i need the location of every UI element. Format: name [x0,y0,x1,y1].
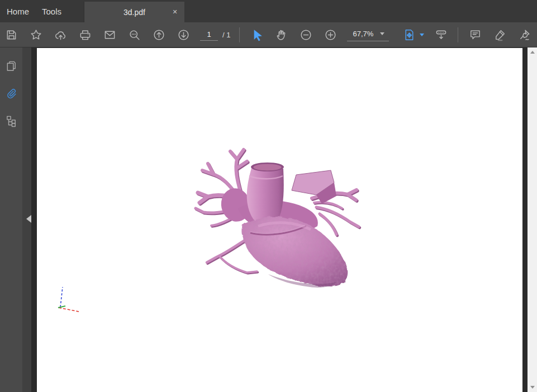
layers-tree-button[interactable] [4,113,18,128]
document-canvas [31,47,528,392]
fill-and-sign-button[interactable] [516,26,532,43]
attachments-button[interactable] [4,86,18,101]
arrow-up-circle-icon [153,28,165,41]
toolbar-separator [458,27,458,42]
page-total-label: / 1 [222,31,230,39]
tab-tools[interactable]: Tools [42,0,61,22]
page-thumbnails-icon [5,60,18,73]
fit-page-icon [403,28,416,41]
tab-document[interactable]: 3d.pdf ✕ [84,2,184,22]
envelope-icon [103,28,116,41]
scroll-down-button[interactable] [528,383,537,392]
next-page-button[interactable] [175,26,191,43]
favorites-button[interactable] [28,26,44,43]
arrow-down-icon [530,386,535,389]
main-toolbar: / 1 67,7% [0,22,537,47]
vertical-scrollbar[interactable] [528,47,537,392]
zoom-level-dropdown[interactable]: 67,7% [347,28,389,41]
share-button[interactable] [53,26,68,43]
zoom-out-button[interactable] [298,26,313,43]
cursor-arrow-icon [250,28,263,41]
page-thumbnails-button[interactable] [4,59,18,73]
heart-3d-model[interactable] [184,142,363,299]
search-icon [128,28,141,41]
chevron-down-icon [380,32,384,35]
chevron-down-icon[interactable] [420,34,424,36]
tab-bar: Home Tools 3d.pdf ✕ [0,0,537,22]
reading-mode-button[interactable] [433,26,449,43]
zoom-level-value: 67,7% [353,30,373,38]
highlighter-pen-icon [493,28,506,41]
email-button[interactable] [102,26,117,43]
zoom-in-button[interactable] [322,26,338,43]
navigation-pane-buttons [0,47,22,392]
axis-orientation-widget [53,283,84,314]
hand-icon [275,28,288,41]
scroll-up-button[interactable] [528,47,537,57]
document-tab-label: 3d.pdf [123,8,145,17]
printer-icon [79,28,92,41]
star-icon [30,28,42,41]
minus-circle-icon [300,28,312,41]
tab-home[interactable]: Home [7,0,29,22]
search-button[interactable] [126,26,142,43]
save-icon [5,28,18,41]
paperclip-icon [5,87,18,100]
fountain-pen-icon [518,28,531,41]
page-number-input[interactable] [200,28,218,41]
page-navigation: / 1 [200,28,230,41]
print-button[interactable] [77,26,93,43]
select-tool-button[interactable] [249,26,264,43]
pdf-page [37,48,522,392]
comment-button[interactable] [467,26,483,43]
z-axis [60,287,63,307]
plus-circle-icon [324,28,337,41]
navigation-pane-strip [22,47,31,392]
fit-to-window-button[interactable] [401,26,417,43]
toolbar-separator [239,27,240,42]
fit-page-group [401,26,424,43]
previous-page-button[interactable] [151,26,167,43]
arrow-down-circle-icon [177,28,190,41]
cloud-upload-icon [54,28,67,41]
app-body [0,47,537,392]
hand-tool-button[interactable] [273,26,289,43]
highlight-button[interactable] [492,26,507,43]
acrobat-window: Home Tools 3d.pdf ✕ [0,0,537,392]
x-axis [59,308,79,312]
close-tab-icon[interactable]: ✕ [171,8,179,16]
tree-hierarchy-icon [5,114,18,127]
reading-mode-icon [435,28,448,41]
collapse-pane-arrow-icon[interactable] [26,215,31,223]
save-button[interactable] [3,26,19,43]
arrow-up-icon [530,51,535,54]
comment-bubble-icon [469,28,482,41]
y-axis [58,306,65,308]
